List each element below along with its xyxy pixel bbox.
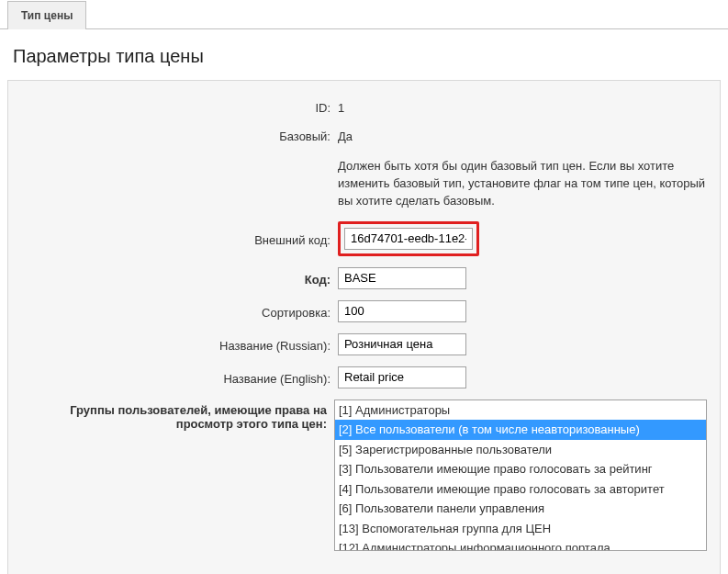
label-id: ID: xyxy=(21,97,338,115)
user-group-option[interactable]: [13] Вспомогательная группа для ЦЕН xyxy=(335,519,706,539)
tab-price-type[interactable]: Тип цены xyxy=(7,1,86,29)
user-group-option[interactable]: [2] Все пользователи (в том числе неавто… xyxy=(335,420,706,440)
value-id: 1 xyxy=(338,97,707,115)
label-user-groups: Группы пользователей, имеющие права на п… xyxy=(21,400,334,431)
user-group-option[interactable]: [5] Зарегистрированные пользователи xyxy=(335,440,706,460)
label-code: Код: xyxy=(21,269,338,287)
base-note-text: Должен быть хотя бы один базовый тип цен… xyxy=(338,158,707,210)
user-group-option[interactable]: [3] Пользователи имеющие право голосоват… xyxy=(335,459,706,479)
label-external-code: Внешний код: xyxy=(21,230,338,247)
label-empty xyxy=(21,154,338,158)
value-base: Да xyxy=(338,126,707,143)
label-name-russian: Название (Russian): xyxy=(21,335,338,353)
external-code-input[interactable] xyxy=(344,228,473,250)
sort-input[interactable] xyxy=(338,300,466,322)
page-title: Параметры типа цены xyxy=(0,29,728,80)
label-name-english: Название (English): xyxy=(21,368,338,386)
user-groups-select[interactable]: [1] Администраторы[2] Все пользователи (… xyxy=(334,400,707,551)
external-code-highlight xyxy=(338,221,479,256)
tab-bar: Тип цены xyxy=(0,0,728,29)
user-group-option[interactable]: [12] Администраторы информационного порт… xyxy=(335,538,706,551)
user-group-option[interactable]: [6] Пользователи панели управления xyxy=(335,499,706,519)
code-input[interactable] xyxy=(338,267,466,289)
label-base: Базовый: xyxy=(21,126,338,143)
label-sort: Сортировка: xyxy=(21,302,338,320)
user-group-option[interactable]: [4] Пользователи имеющие право голосоват… xyxy=(335,479,706,500)
name-english-input[interactable] xyxy=(338,366,466,388)
user-group-option[interactable]: [1] Администраторы xyxy=(335,400,706,421)
form-panel: ID: 1 Базовый: Да Должен быть хотя бы од… xyxy=(7,80,721,574)
name-russian-input[interactable] xyxy=(338,333,466,355)
